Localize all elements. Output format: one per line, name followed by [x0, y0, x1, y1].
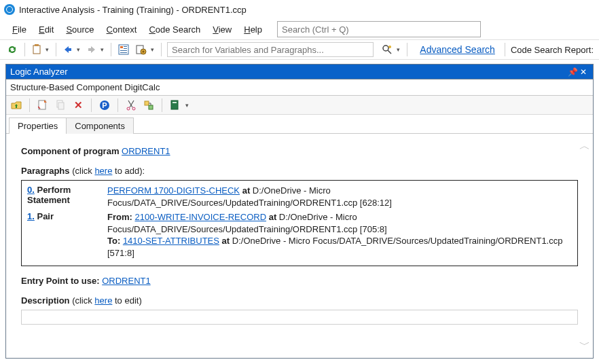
advanced-search-link[interactable]: Advanced Search [420, 44, 495, 55]
row1-to-label: To: [107, 236, 120, 246]
back-icon[interactable] [62, 43, 74, 56]
paragraph-row: 0. Perform Statement PERFORM 1700-DIGITS… [27, 185, 572, 208]
panel-title: Logic Analyzer [10, 67, 68, 77]
properties-icon[interactable] [117, 43, 130, 56]
dropdown-icon[interactable]: ▾ [46, 46, 50, 53]
row1-from-link[interactable]: 2100-WRITE-INVOICE-RECORD [134, 212, 266, 222]
separator [161, 43, 162, 56]
svg-line-12 [388, 50, 391, 54]
svg-point-20 [132, 107, 135, 110]
row1-index-link[interactable]: 1. [27, 211, 35, 221]
delete-icon[interactable]: ✕ [72, 99, 84, 111]
svg-rect-1 [35, 44, 39, 46]
svg-rect-24 [173, 102, 177, 103]
separator [407, 43, 407, 56]
app-icon [4, 4, 15, 15]
close-icon[interactable]: ✕ [578, 67, 589, 77]
cut-icon[interactable] [125, 99, 137, 111]
row0-index-link[interactable]: 0. [27, 185, 35, 195]
paragraphs-hint-pre: (click [70, 166, 95, 176]
scroll-down-icon[interactable]: ﹀ [579, 338, 590, 352]
refresh-icon[interactable] [5, 43, 19, 56]
svg-text:P: P [102, 101, 107, 109]
menu-file[interactable]: File [8, 23, 31, 36]
svg-rect-0 [33, 46, 40, 54]
description-edit-link[interactable]: here [94, 295, 112, 306]
menu-view[interactable]: View [208, 23, 236, 36]
menu-help[interactable]: Help [240, 23, 266, 36]
panel-subtitle: Structure-Based Component DigitCalc [6, 79, 593, 96]
settings-icon[interactable] [134, 43, 148, 56]
separator [117, 98, 118, 112]
tab-components[interactable]: Components [66, 117, 134, 134]
logic-analyzer-panel: Logic Analyzer 📌 ✕ Structure-Based Compo… [5, 64, 594, 359]
program-link[interactable]: ORDRENT1 [122, 146, 170, 156]
row1-kind: Pair [37, 211, 54, 221]
svg-rect-22 [149, 105, 153, 109]
svg-point-10 [143, 51, 145, 53]
component-of-program: Component of program ORDRENT1 [21, 146, 578, 156]
separator [162, 98, 162, 112]
properties-content: ︿ Component of program ORDRENT1 Paragrap… [6, 134, 593, 358]
paragraph-row: 1. Pair From: 2100-WRITE-INVOICE-RECORD … [27, 211, 572, 259]
menu-edit[interactable]: Edit [35, 23, 58, 36]
toolbar: ▾ ▾ ▾ ▾ ▾ Advanced Search Code Search Re… [0, 39, 599, 60]
row0-perform-link[interactable]: PERFORM 1700-DIGITS-CHECK [107, 185, 240, 196]
parameter-icon[interactable]: P [98, 99, 111, 111]
scroll-up-icon[interactable]: ︿ [579, 139, 590, 153]
titlebar: Interactive Analysis - Training (Trainin… [0, 0, 599, 19]
dropdown-icon[interactable]: ▾ [77, 46, 81, 53]
svg-point-13 [388, 46, 391, 48]
window-title: Interactive Analysis - Training (Trainin… [19, 5, 247, 15]
separator [505, 43, 505, 56]
separator [111, 43, 111, 56]
separator [56, 43, 56, 56]
description-input[interactable] [21, 310, 578, 325]
row1-to-at: at [222, 236, 230, 246]
component-label: Component of program [21, 146, 119, 156]
separator [24, 43, 25, 56]
menu-context[interactable]: Context [103, 23, 141, 36]
tab-properties[interactable]: Properties [9, 117, 67, 134]
code-search-report-label: Code Search Report: [511, 45, 594, 55]
svg-rect-3 [120, 46, 123, 48]
paragraphs-add-link[interactable]: here [94, 166, 112, 176]
menu-source[interactable]: Source [62, 23, 98, 36]
paragraphs-label: Paragraphs [21, 166, 70, 176]
separator [91, 98, 92, 112]
clipboard-icon[interactable] [31, 43, 43, 56]
forward-icon[interactable] [86, 43, 98, 56]
tabstrip: Properties Components [6, 115, 593, 134]
svg-rect-21 [145, 101, 149, 105]
svg-rect-23 [171, 101, 178, 109]
svg-point-11 [383, 46, 388, 51]
dropdown-icon[interactable]: ▾ [185, 102, 190, 109]
quick-search-input[interactable] [277, 21, 481, 37]
pin-icon[interactable]: 📌 [567, 67, 578, 77]
new-doc-icon[interactable] [37, 99, 49, 111]
dropdown-icon[interactable]: ▾ [151, 46, 156, 53]
description-hint-post: to edit) [112, 295, 141, 306]
entry-point-link[interactable]: ORDRENT1 [102, 276, 151, 286]
menu-code-search[interactable]: Code Search [145, 23, 204, 36]
row0-at: at [242, 185, 251, 196]
menubar: File Edit Source Context Code Search Vie… [0, 19, 599, 39]
svg-rect-16 [58, 103, 64, 109]
dropdown-icon[interactable]: ▾ [397, 46, 401, 53]
svg-rect-7 [120, 52, 127, 53]
paragraphs-section: Paragraphs (click here to add): 0. Perfo… [21, 166, 578, 266]
dropdown-icon[interactable]: ▾ [101, 46, 105, 53]
component-icon[interactable] [143, 99, 155, 111]
variable-search-input[interactable] [167, 42, 374, 57]
row1-to-link[interactable]: 1410-SET-ATTRIBUTES [123, 236, 219, 246]
book-icon[interactable] [169, 99, 181, 111]
svg-rect-5 [124, 48, 127, 49]
folder-up-icon[interactable] [10, 99, 22, 111]
separator [29, 98, 30, 112]
description-hint-pre: (click [70, 295, 95, 306]
description-label: Description [21, 295, 70, 306]
search-icon[interactable] [380, 43, 394, 56]
paragraphs-hint-post: to add): [112, 166, 145, 176]
row1-from-label: From: [107, 212, 132, 222]
copy-doc-icon[interactable] [54, 99, 67, 111]
